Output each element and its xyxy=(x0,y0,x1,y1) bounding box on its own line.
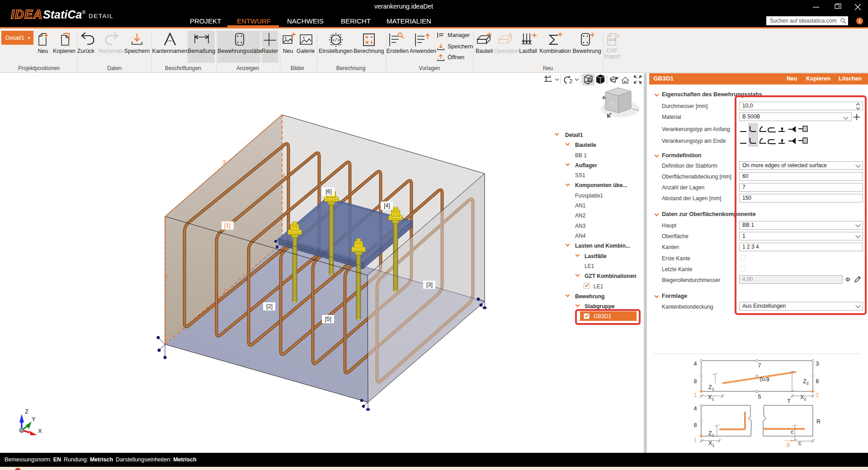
svg-text:8: 8 xyxy=(694,378,697,385)
svg-text:1: 1 xyxy=(223,287,226,294)
svg-text:[2]: [2] xyxy=(266,303,273,310)
svg-text:Y: Y xyxy=(32,416,36,423)
svg-text:[1]: [1] xyxy=(224,222,231,229)
svg-text:X2: X2 xyxy=(800,394,806,401)
svg-text:0=9: 0=9 xyxy=(760,376,769,383)
svg-text:2: 2 xyxy=(165,274,168,280)
svg-text:c: c xyxy=(798,440,801,446)
svg-text:[4]: [4] xyxy=(384,202,390,209)
svg-text:R: R xyxy=(816,418,821,425)
svg-text:5: 5 xyxy=(758,394,761,400)
svg-text:4: 4 xyxy=(694,405,697,412)
svg-text:4: 4 xyxy=(282,173,285,179)
svg-text:B: B xyxy=(787,442,790,448)
svg-text:8: 8 xyxy=(694,422,697,428)
svg-text:1: 1 xyxy=(694,392,697,398)
svg-text:Z1: Z1 xyxy=(708,430,714,437)
svg-text:DXF: DXF xyxy=(609,38,617,42)
svg-text:Z: Z xyxy=(25,408,28,415)
svg-text:4: 4 xyxy=(694,361,697,367)
svg-text:3: 3 xyxy=(223,160,226,166)
svg-text:X1: X1 xyxy=(708,394,714,401)
svg-text:Z1: Z1 xyxy=(708,384,714,391)
svg-text:c: c xyxy=(791,429,793,435)
svg-text:X1: X1 xyxy=(708,440,714,447)
svg-text:3: 3 xyxy=(816,361,819,367)
svg-text:[6]: [6] xyxy=(326,188,332,195)
svg-text:X: X xyxy=(38,428,42,434)
svg-text:2: 2 xyxy=(569,78,572,85)
svg-text:[5]: [5] xyxy=(325,316,331,322)
svg-text:Z2: Z2 xyxy=(803,378,809,385)
svg-text:2: 2 xyxy=(816,392,819,398)
svg-text:7: 7 xyxy=(758,362,761,369)
svg-text:</>: </> xyxy=(332,38,340,43)
svg-text:y: y xyxy=(611,101,613,103)
svg-text:1: 1 xyxy=(694,437,697,443)
svg-text:T: T xyxy=(787,398,791,404)
svg-text:[3]: [3] xyxy=(426,282,433,288)
svg-text:6: 6 xyxy=(816,378,819,385)
